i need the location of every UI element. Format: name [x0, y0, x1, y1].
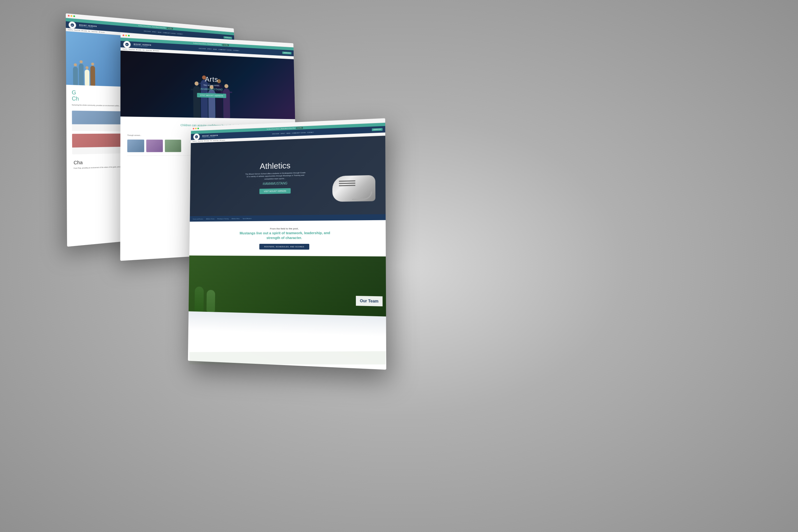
front-cleat-laces — [339, 180, 356, 187]
front-hero-hashtag: #IAMAMUSTANG — [244, 181, 307, 186]
front-subnav-portal[interactable]: Parent Portal — [198, 140, 203, 142]
front-hero-title: Athletics — [244, 160, 307, 172]
front-subnav-visit[interactable]: Visit — [210, 140, 212, 141]
back-person-3 — [84, 70, 89, 86]
mid-nav-spirit[interactable]: SPIRIT — [207, 48, 212, 50]
mid-subnav-yearstore[interactable]: MV Yearstore — [153, 50, 159, 51]
mid-nav-contact[interactable]: CONTACT — [233, 50, 240, 51]
front-tagline-main: Mustangs live out a spirit of teamwork, … — [195, 230, 379, 241]
mid-maximize-dot — [128, 35, 130, 36]
back-nav-news[interactable]: NEWS — [158, 31, 162, 33]
front-lace-1 — [339, 180, 356, 182]
back-subnav-yearstore[interactable]: MV Yearstore — [99, 31, 105, 33]
back-nav-discover[interactable]: DISCOVER — [144, 30, 151, 32]
front-tagline-section: From the field to the pool, Mustangs liv… — [189, 220, 385, 256]
front-football-cleat — [332, 169, 379, 208]
front-our-team-banner: Our Team — [356, 296, 383, 306]
front-nav-admissions[interactable]: ADMISSIONS — [372, 128, 383, 131]
front-subnav-teams[interactable]: Athletics Teams — [206, 218, 214, 220]
front-subnav-news[interactable]: Athletics News — [232, 217, 240, 219]
back-person-2 — [79, 63, 84, 85]
front-subnav-search[interactable]: Search 🔍 — [192, 141, 197, 142]
front-subnav-yearstore[interactable]: MV Yearstore — [220, 139, 225, 141]
front-hero-cta[interactable]: VISIT MOUNT VERNON — [260, 188, 290, 194]
front-lace-3 — [339, 185, 356, 186]
mid-subnav-portal[interactable]: Parent Portal — [129, 49, 134, 50]
back-logo-inner: MV — [71, 23, 74, 27]
front-nav-spirit[interactable]: SPIRIT — [281, 132, 285, 134]
front-hero-text: Athletics The Mount Vernon School offers… — [244, 160, 306, 194]
front-lacrosse-section: Our Team — [189, 255, 386, 316]
front-subnav-lookup[interactable]: MV LookUp — [204, 140, 209, 141]
mid-subnav-lookup[interactable]: MV LookUp — [136, 49, 141, 51]
back-subnav-portal[interactable]: Parent Portal — [74, 30, 80, 31]
front-tagline: From the field to the pool, — [196, 227, 379, 230]
mid-logo: MV — [123, 40, 131, 48]
front-subnav-training[interactable]: Mustangs in Training — [217, 217, 229, 219]
front-screen: The Mount Vernon School — Reunite Back-t… — [188, 118, 386, 369]
mid-nav-news[interactable]: NEWS — [213, 48, 217, 50]
front-hero-desc: The Mount Vernon School offers students … — [244, 171, 307, 181]
front-close-dot — [193, 128, 194, 130]
back-nav-contact[interactable]: CONTACT — [177, 33, 183, 35]
mid-thumb-2 — [146, 140, 163, 152]
front-subnav-scores[interactable]: Scores and Rosters — [193, 218, 203, 220]
front-lacrosse-player-2 — [207, 290, 215, 312]
mid-hero: Arts You are an Artist. #IAMAMUSTANG VIS… — [120, 51, 295, 119]
front-hero: Athletics The Mount Vernon School offers… — [190, 136, 385, 216]
mid-minimize-dot — [126, 35, 127, 36]
main-scene: The Mount Vernon School — Reunite Back-t… — [0, 0, 798, 532]
mid-nav-admissions[interactable]: ADMISSIONS — [282, 52, 291, 55]
back-subnav-lookup[interactable]: MV LookUp — [81, 30, 87, 32]
front-lacrosse-overlay — [189, 255, 386, 316]
mid-hero-text: Arts You are an Artist. #IAMAMUSTANG VIS… — [197, 75, 226, 98]
mid-topbar-btn[interactable]: Learn More — [223, 44, 229, 46]
front-nav-discover[interactable]: DISCOVER — [272, 133, 279, 135]
mid-hero-hashtag: #IAMAMUSTANG — [197, 87, 226, 91]
back-person-4 — [90, 66, 95, 86]
back-subnav-search[interactable]: Search 🔍 — [68, 29, 73, 30]
mid-nav-discover[interactable]: DISCOVER — [198, 48, 206, 50]
back-school-name: MOUNT VERNON PRESBYTERIAN SCHOOL — [79, 24, 97, 29]
mid-subnav-visit[interactable]: Visit — [143, 49, 145, 51]
front-lacrosse-player-1 — [194, 287, 204, 312]
back-logo: MV — [69, 21, 76, 29]
front-logo: MV — [193, 133, 200, 140]
mid-subnav-join[interactable]: Join the Team — [146, 50, 152, 51]
front-our-team-text: Our Team — [360, 298, 378, 304]
front-nav-community[interactable]: COMMUNITY GIVING — [292, 132, 306, 134]
mid-hero-cta[interactable]: VISIT MOUNT VERNON — [197, 93, 226, 98]
mid-logo-inner: MV — [125, 43, 129, 46]
mid-subnav-search[interactable]: Search 🔍 — [122, 48, 127, 50]
front-nav-news[interactable]: NEWS — [286, 132, 290, 134]
close-dot — [68, 15, 69, 17]
front-cleat-body — [332, 175, 375, 202]
back-subnav-visit[interactable]: Visit — [88, 30, 90, 32]
front-maximize-dot — [197, 128, 199, 129]
front-tagline-main-2: strength of character. — [267, 236, 302, 240]
mid-school-name: MOUNT VERNON PRESBYTERIAN SCHOOL — [134, 43, 151, 47]
back-person-1 — [73, 67, 78, 85]
mid-thumb-1 — [127, 139, 144, 152]
maximize-dot — [73, 15, 75, 17]
mid-hero-subtitle: You are an Artist. — [197, 83, 226, 87]
back-people-group — [73, 63, 95, 86]
mid-hero-title: Arts — [197, 75, 226, 84]
mid-nav-community[interactable]: COMMUNITY GIVING — [218, 49, 232, 51]
front-cleat-swoosh — [352, 191, 372, 200]
mid-close-dot — [122, 35, 124, 36]
back-nav-community[interactable]: COMMUNITY GIVING — [163, 32, 176, 34]
back-nav-admissions[interactable]: ADMISSIONS — [224, 36, 232, 39]
front-subnav-join[interactable]: Join the Team — [213, 140, 218, 141]
back-subnav-join[interactable]: Join the Team — [91, 31, 97, 33]
front-minimize-dot — [195, 128, 197, 129]
back-topbar-btn[interactable]: Learn More — [167, 27, 173, 30]
reflection-strip — [189, 351, 385, 364]
back-nav-spirit[interactable]: SPIRIT — [152, 31, 156, 33]
front-school-name-bottom: PRESBYTERIAN SCHOOL — [202, 136, 218, 138]
front-logo-inner: MV — [195, 135, 198, 138]
front-roster-btn[interactable]: ROSTERS, SCHEDULES, AND SCORES — [259, 244, 309, 250]
front-subnav-medicine[interactable]: Sports Medicine — [243, 217, 251, 219]
front-topbar-btn[interactable]: Learn More — [296, 127, 303, 129]
front-nav-contact[interactable]: CONTACT — [307, 131, 314, 133]
